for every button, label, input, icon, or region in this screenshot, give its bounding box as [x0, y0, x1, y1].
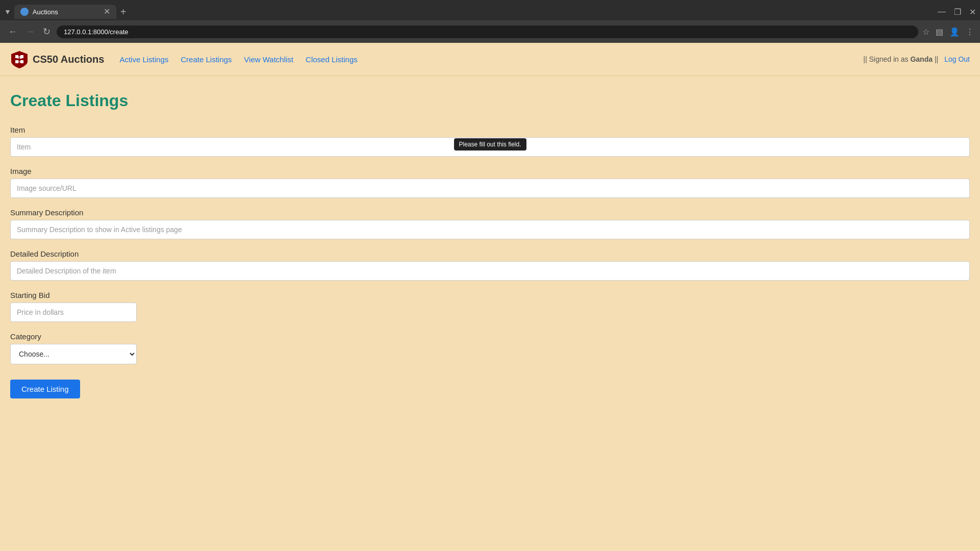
- detailed-input[interactable]: [10, 261, 970, 281]
- item-field-group: Item Please fill out this field.: [10, 126, 970, 157]
- extension-icon[interactable]: ▤: [936, 27, 943, 37]
- nav-closed-listings[interactable]: Closed Listings: [306, 55, 358, 64]
- tab-favicon: [20, 8, 29, 16]
- item-label: Item: [10, 126, 970, 134]
- bid-field-group: Starting Bid: [10, 291, 970, 322]
- signed-in-prefix: || Signed in as: [863, 55, 910, 63]
- detailed-field-group: Detailed Description: [10, 249, 970, 281]
- header-right: || Signed in as Ganda || Log Out: [863, 55, 970, 63]
- menu-icon[interactable]: ⋮: [966, 27, 974, 37]
- active-tab[interactable]: Auctions ✕: [14, 5, 116, 19]
- signed-in-suffix: ||: [933, 55, 938, 63]
- app-title: CS50 Auctions: [33, 54, 104, 65]
- item-input-container: Please fill out this field.: [10, 137, 970, 157]
- browser-chrome: ▼ Auctions ✕ + — ❐ ✕ ← → ↻ ☆ ▤ 👤 ⋮: [0, 0, 980, 43]
- main-nav: Active Listings Create Listings View Wat…: [119, 55, 357, 64]
- logout-link[interactable]: Log Out: [944, 55, 970, 63]
- category-select[interactable]: Choose...: [10, 344, 137, 364]
- page-title: Create Listings: [10, 91, 970, 110]
- create-listing-button[interactable]: Create Listing: [10, 380, 80, 398]
- restore-button[interactable]: ❐: [954, 7, 961, 17]
- image-field-group: Image: [10, 167, 970, 198]
- create-listing-form: Item Please fill out this field. Image S…: [10, 126, 970, 398]
- detailed-label: Detailed Description: [10, 249, 970, 258]
- main-content: Create Listings Item Please fill out thi…: [0, 76, 980, 551]
- address-bar: ← → ↻ ☆ ▤ 👤 ⋮: [0, 20, 980, 43]
- nav-active-listings[interactable]: Active Listings: [119, 55, 168, 64]
- reload-button[interactable]: ↻: [41, 25, 53, 38]
- svg-text:RI: RI: [18, 60, 21, 63]
- svg-text:VE: VE: [17, 55, 22, 60]
- bid-label: Starting Bid: [10, 291, 970, 299]
- signed-in-user: Ganda: [910, 55, 933, 63]
- nav-view-watchlist[interactable]: View Watchlist: [244, 55, 293, 64]
- close-button[interactable]: ✕: [969, 7, 976, 17]
- logo-shield-icon: VE RI: [10, 50, 29, 68]
- tab-close-button[interactable]: ✕: [104, 8, 110, 16]
- bookmark-icon[interactable]: ☆: [922, 27, 929, 37]
- signed-in-text: || Signed in as Ganda ||: [863, 55, 938, 63]
- image-input[interactable]: [10, 179, 970, 198]
- bid-input[interactable]: [10, 303, 137, 322]
- forward-button[interactable]: →: [23, 26, 37, 38]
- app-header: VE RI CS50 Auctions Active Listings Crea…: [0, 43, 980, 76]
- new-tab-button[interactable]: +: [120, 6, 127, 18]
- summary-label: Summary Description: [10, 208, 970, 217]
- minimize-button[interactable]: —: [938, 7, 946, 16]
- tab-dropdown-arrow[interactable]: ▼: [4, 8, 11, 16]
- image-label: Image: [10, 167, 970, 176]
- summary-field-group: Summary Description: [10, 208, 970, 239]
- category-field-group: Category Choose...: [10, 332, 970, 364]
- tab-bar: ▼ Auctions ✕ + — ❐ ✕: [0, 0, 980, 20]
- nav-create-listings[interactable]: Create Listings: [181, 55, 232, 64]
- back-button[interactable]: ←: [6, 26, 19, 38]
- window-controls: — ❐ ✕: [938, 7, 976, 17]
- summary-input[interactable]: [10, 220, 970, 239]
- category-label: Category: [10, 332, 970, 341]
- browser-action-icons: ☆ ▤ 👤 ⋮: [922, 27, 974, 37]
- profile-icon[interactable]: 👤: [949, 27, 960, 37]
- app-logo[interactable]: VE RI CS50 Auctions: [10, 50, 104, 68]
- tab-title: Auctions: [33, 8, 58, 16]
- item-tooltip: Please fill out this field.: [454, 138, 526, 151]
- url-input[interactable]: [57, 26, 918, 38]
- svg-rect-3: [20, 60, 23, 63]
